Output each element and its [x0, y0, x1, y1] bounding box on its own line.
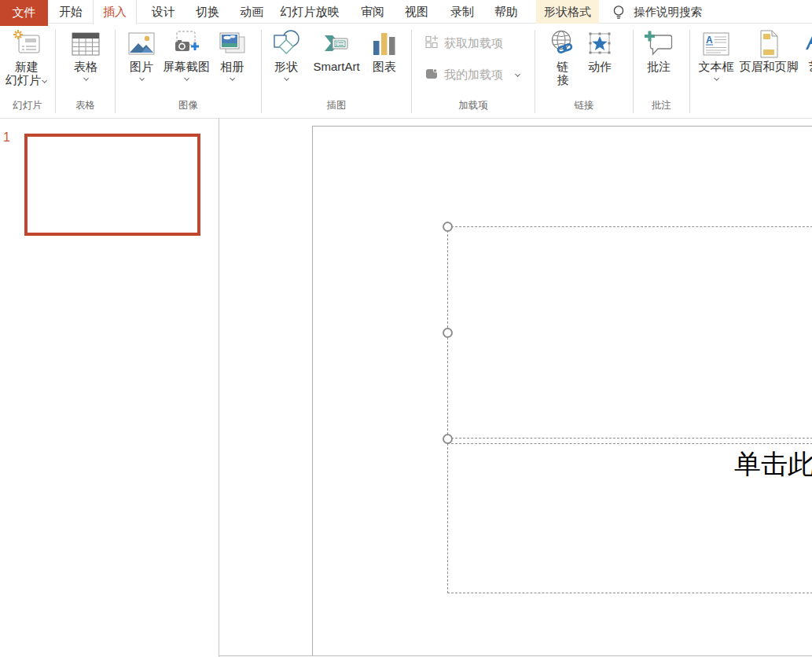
group-label-tables: 表格: [56, 98, 115, 112]
textbox-label: 文本框: [699, 60, 734, 73]
photo-album-label: 相册: [220, 60, 244, 73]
photo-album-icon: [217, 28, 247, 60]
header-footer-icon: [755, 28, 782, 60]
group-label-comments: 批注: [634, 98, 689, 112]
tab-transitions[interactable]: 切换: [186, 0, 230, 24]
wordart-button[interactable]: 艺: [799, 28, 812, 73]
tab-file[interactable]: 文件: [0, 0, 48, 26]
link-button[interactable]: 链 接: [548, 28, 578, 86]
table-label: 表格: [74, 60, 97, 73]
wordart-icon: [799, 28, 812, 60]
my-addins-label: 我的加载项: [444, 68, 503, 83]
lightbulb-icon: [612, 5, 626, 20]
chart-label: 图表: [373, 60, 396, 73]
tab-animations[interactable]: 动画: [230, 0, 274, 24]
link-label-line2: 接: [557, 73, 569, 86]
group-label-images: 图像: [116, 98, 261, 112]
tab-insert[interactable]: 插入: [93, 0, 137, 24]
photo-album-button[interactable]: 相册: [214, 28, 250, 81]
chevron-down-icon: [229, 76, 236, 81]
tab-review[interactable]: 审阅: [351, 0, 395, 24]
tab-design[interactable]: 设计: [141, 0, 186, 24]
tab-view[interactable]: 视图: [395, 0, 439, 24]
chevron-down-icon: [283, 76, 290, 81]
resize-handle-middle-left[interactable]: [443, 328, 453, 338]
smartart-icon: [321, 28, 351, 60]
resize-handle-top-left[interactable]: [443, 222, 453, 232]
tab-home[interactable]: 开始: [49, 0, 93, 24]
screenshot-button[interactable]: 屏幕截图: [160, 28, 213, 81]
comment-button[interactable]: 批注: [641, 28, 677, 73]
action-icon: [586, 28, 614, 60]
group-label-links: 链接: [535, 98, 633, 112]
new-slide-icon: [12, 28, 42, 60]
picture-button[interactable]: 图片: [124, 28, 159, 81]
get-addins-icon: [424, 35, 439, 52]
table-button[interactable]: 表格: [68, 28, 104, 81]
svg-text:A: A: [706, 35, 713, 46]
shapes-button[interactable]: 形状: [267, 28, 305, 81]
tab-help[interactable]: 帮助: [484, 0, 528, 24]
comment-label: 批注: [647, 60, 671, 73]
chevron-down-icon: [138, 76, 145, 81]
tab-record[interactable]: 录制: [440, 0, 484, 24]
tab-shape-format[interactable]: 形状格式: [536, 0, 599, 24]
action-label: 动作: [588, 60, 612, 73]
textbox-button[interactable]: A 文本框: [695, 28, 737, 81]
my-addins-button: 我的加载项: [424, 66, 521, 83]
ribbon: 新建 幻灯片 幻灯片 表格 表格: [0, 24, 812, 119]
group-label-addins: 加载项: [412, 98, 535, 112]
comment-icon: [643, 28, 674, 60]
smartart-button[interactable]: SmartArt: [308, 28, 365, 73]
group-divider: [689, 30, 690, 113]
wordart-label: 艺: [809, 60, 812, 73]
get-addins-button: 获取加载项: [424, 35, 503, 52]
header-footer-button[interactable]: 页眉和页脚: [738, 28, 799, 73]
tell-me-search[interactable]: 操作说明搜索: [634, 0, 702, 24]
chevron-down-icon: [514, 72, 521, 78]
link-label-line1: 链: [557, 60, 569, 73]
chart-icon: [370, 28, 399, 60]
new-slide-label-line1: 新建: [15, 60, 39, 73]
ribbon-tab-bar: 文件 开始 插入 设计 切换 动画 幻灯片放映 审阅 视图 录制 帮助 形状格式…: [0, 0, 812, 24]
header-footer-label: 页眉和页脚: [740, 60, 799, 73]
get-addins-label: 获取加载项: [444, 36, 503, 51]
slide-thumbnail[interactable]: [24, 134, 200, 236]
picture-label: 图片: [130, 60, 153, 73]
screenshot-icon: [171, 28, 201, 60]
tab-slideshow[interactable]: 幻灯片放映: [274, 0, 346, 24]
shapes-label: 形状: [274, 60, 298, 73]
screenshot-label: 屏幕截图: [163, 60, 210, 73]
textbox-icon: A: [700, 28, 732, 60]
new-slide-button[interactable]: 新建 幻灯片: [2, 28, 52, 86]
table-icon: [71, 28, 101, 60]
chart-button[interactable]: 图表: [366, 28, 402, 73]
shapes-icon: [271, 28, 301, 60]
new-slide-label-line2: 幻灯片: [6, 73, 48, 86]
slide-number: 1: [3, 130, 10, 145]
picture-icon: [127, 28, 156, 60]
chevron-down-icon: [183, 76, 190, 81]
chevron-down-icon: [83, 76, 90, 81]
powerpoint-window: 文件 开始 插入 设计 切换 动画 幻灯片放映 审阅 视图 录制 帮助 形状格式…: [0, 0, 812, 657]
my-addins-icon: [424, 66, 439, 83]
group-label-illustrations: 插图: [262, 98, 411, 112]
group-label-slides: 幻灯片: [0, 98, 55, 112]
smartart-label: SmartArt: [313, 60, 359, 73]
resize-handle-bottom-left[interactable]: [443, 434, 453, 444]
action-button[interactable]: 动作: [582, 28, 618, 73]
content-placeholder-selected[interactable]: [447, 226, 812, 439]
title-prompt-text[interactable]: 单击此: [734, 447, 812, 480]
status-bar-edge: [219, 655, 812, 656]
chevron-down-icon: [41, 78, 48, 84]
panel-divider[interactable]: [219, 119, 219, 657]
chevron-down-icon: [713, 76, 720, 81]
link-icon: [548, 28, 578, 60]
